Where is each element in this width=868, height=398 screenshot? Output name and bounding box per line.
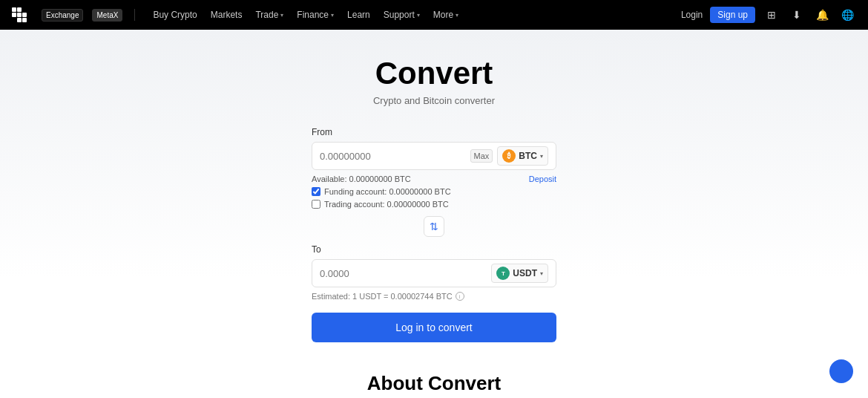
- download-icon[interactable]: ⬇: [788, 6, 806, 24]
- to-token-selector[interactable]: T USDT ▾: [491, 264, 548, 283]
- nav-right: Login Sign up ⊞ ⬇ 🔔 🌐: [681, 6, 856, 24]
- convert-card: From Max ₿ BTC ▾ Available: 0.00000000 B…: [312, 127, 556, 342]
- more-chevron: ▾: [456, 12, 458, 19]
- chat-button[interactable]: [829, 359, 853, 383]
- convert-subtitle: Crypto and Bitcoin converter: [373, 95, 495, 106]
- swap-icon: ⇅: [430, 221, 438, 232]
- info-icon[interactable]: i: [456, 292, 464, 301]
- from-token-selector[interactable]: ₿ BTC ▾: [497, 146, 548, 166]
- trading-label: Trading account: 0.00000000 BTC: [324, 200, 449, 209]
- nav-markets[interactable]: Markets: [205, 0, 249, 30]
- usdt-icon: T: [496, 267, 510, 280]
- main-content: Convert Crypto and Bitcoin converter Fro…: [0, 30, 868, 398]
- nav-support[interactable]: Support▾: [378, 0, 426, 30]
- from-token-chevron: ▾: [540, 153, 543, 160]
- about-section: About Convert 💱 ⚡ 🔄: [0, 372, 868, 398]
- to-label: To: [312, 244, 556, 255]
- convert-header: Convert Crypto and Bitcoin converter: [373, 56, 495, 106]
- trading-checkbox[interactable]: [312, 200, 320, 209]
- btc-icon: ₿: [502, 149, 516, 163]
- estimated-text: Estimated: 1 USDT = 0.00002744 BTC i: [312, 292, 556, 301]
- nav-divider: [134, 9, 135, 21]
- convert-title: Convert: [373, 56, 495, 91]
- bell-icon[interactable]: 🔔: [813, 6, 831, 24]
- nav-learn[interactable]: Learn: [341, 0, 376, 30]
- trading-checkbox-row: Trading account: 0.00000000 BTC: [312, 200, 556, 209]
- to-input[interactable]: [320, 268, 487, 279]
- from-input-row: Max ₿ BTC ▾: [312, 142, 556, 170]
- to-input-row: T USDT ▾: [312, 259, 556, 287]
- exchange-badge[interactable]: Exchange: [42, 9, 83, 22]
- signup-button[interactable]: Sign up: [710, 7, 755, 23]
- metax-badge[interactable]: MetaX: [92, 9, 122, 22]
- funding-checkbox-row: Funding account: 0.00000000 BTC: [312, 187, 556, 196]
- swap-button[interactable]: ⇅: [424, 216, 444, 237]
- funding-checkbox[interactable]: [312, 187, 320, 196]
- okx-logo-icon: [12, 7, 33, 22]
- max-button[interactable]: Max: [470, 149, 493, 163]
- available-text: Available: 0.00000000 BTC: [312, 174, 411, 183]
- finance-chevron: ▾: [331, 12, 334, 19]
- nav-finance[interactable]: Finance▾: [291, 0, 340, 30]
- funding-label: Funding account: 0.00000000 BTC: [324, 187, 451, 196]
- navbar: Exchange MetaX Buy Crypto Markets Trade▾…: [0, 0, 868, 30]
- deposit-link[interactable]: Deposit: [529, 174, 556, 183]
- login-link[interactable]: Login: [681, 10, 703, 20]
- from-token-name: BTC: [519, 151, 537, 161]
- globe-icon[interactable]: 🌐: [838, 6, 856, 24]
- from-input[interactable]: [320, 151, 466, 162]
- trade-chevron: ▾: [280, 12, 283, 19]
- from-label: From: [312, 127, 556, 137]
- support-chevron: ▾: [417, 12, 420, 19]
- about-title: About Convert: [0, 372, 868, 395]
- to-token-chevron: ▾: [540, 270, 543, 277]
- nav-more[interactable]: More▾: [427, 0, 464, 30]
- login-to-convert-button[interactable]: Log in to convert: [312, 313, 556, 342]
- to-token-name: USDT: [513, 268, 537, 278]
- available-row: Available: 0.00000000 BTC Deposit: [312, 174, 556, 183]
- nav-links: Buy Crypto Markets Trade▾ Finance▾ Learn…: [147, 0, 672, 30]
- nav-trade[interactable]: Trade▾: [249, 0, 289, 30]
- nav-buy-crypto[interactable]: Buy Crypto: [147, 0, 203, 30]
- grid-icon[interactable]: ⊞: [763, 6, 780, 24]
- logo[interactable]: [12, 7, 33, 22]
- swap-row: ⇅: [312, 216, 556, 237]
